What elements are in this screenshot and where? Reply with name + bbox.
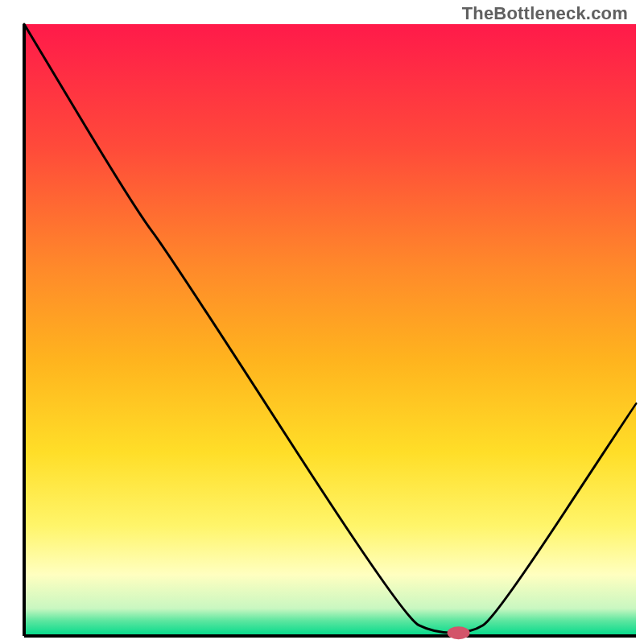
bottleneck-chart: [0, 0, 644, 644]
chart-container: { "watermark": "TheBottleneck.com", "cha…: [0, 0, 644, 644]
optimal-point-marker: [448, 626, 470, 639]
watermark-text: TheBottleneck.com: [462, 3, 628, 24]
